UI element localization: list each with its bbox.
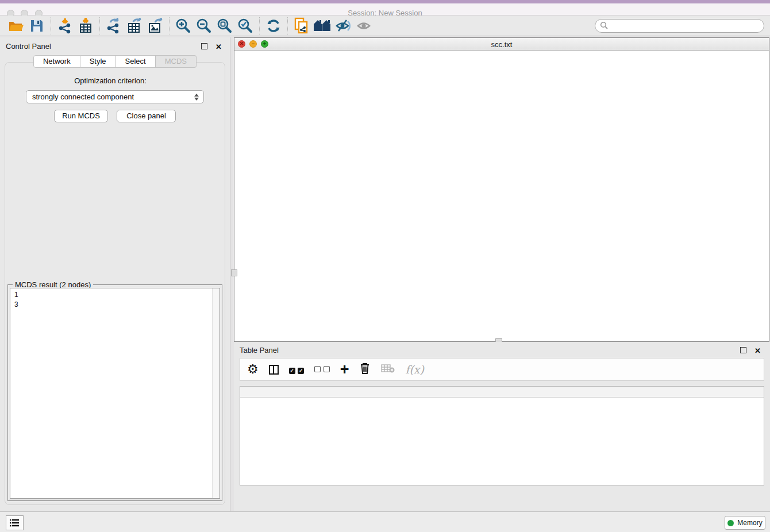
network-canvas[interactable] [234, 51, 769, 341]
clone-network-icon[interactable] [291, 17, 312, 35]
node-table[interactable] [240, 386, 764, 485]
add-column-icon[interactable]: + [340, 364, 349, 375]
search-icon [600, 21, 609, 30]
select-all-icon[interactable]: ✓ ✓ [289, 364, 304, 375]
optimization-criterion-select[interactable]: strongly connected component [26, 90, 204, 103]
application-window: Session: New Session [0, 0, 770, 532]
delete-table-icon[interactable] [381, 363, 395, 376]
split-column-icon[interactable] [269, 365, 279, 375]
memory-button[interactable]: Memory [725, 516, 765, 530]
search-input[interactable] [595, 19, 764, 33]
open-file-icon[interactable] [6, 17, 26, 35]
window-titlebar: Session: New Session [0, 3, 770, 16]
export-network-icon[interactable] [103, 17, 124, 35]
zoom-in-icon[interactable] [173, 17, 194, 35]
splitter-handle[interactable] [231, 269, 237, 276]
control-panel-title: Control Panel [6, 42, 51, 51]
export-image-icon[interactable] [145, 17, 165, 35]
network-view-window: ✕ − + scc.txt [234, 37, 769, 342]
import-network-icon[interactable] [55, 17, 75, 35]
search-container [595, 19, 764, 33]
hide-selected-icon[interactable] [333, 17, 353, 35]
deselect-all-icon[interactable] [314, 364, 329, 375]
save-session-icon[interactable] [26, 17, 47, 35]
toolbar-separator [51, 17, 51, 34]
select-stepper-icon [194, 91, 199, 103]
import-table-icon[interactable] [75, 17, 96, 35]
close-panel-button[interactable]: Close panel [117, 110, 176, 122]
toolbar-separator [99, 17, 100, 34]
refresh-layout-icon[interactable] [263, 17, 284, 35]
main-toolbar [0, 16, 770, 36]
toolbar-separator [169, 17, 170, 34]
optimization-criterion-label: Optimization criterion: [0, 76, 221, 85]
run-mcds-button[interactable]: Run MCDS [54, 110, 108, 122]
mcds-result-area[interactable]: 1 3 [10, 288, 220, 499]
memory-label: Memory [737, 519, 762, 527]
memory-status-icon [727, 520, 734, 526]
mcds-result-text: 1 3 [10, 288, 220, 310]
zoom-selected-icon[interactable] [235, 17, 256, 35]
control-panel: Control Panel ✕ NetworkStyleSelectMCDS O… [0, 37, 230, 511]
toolbar-separator [259, 17, 260, 34]
zoom-fit-icon[interactable] [214, 17, 235, 35]
show-all-icon[interactable] [353, 17, 374, 35]
tab-network[interactable]: Network [33, 55, 80, 68]
toolbar-separator [287, 17, 288, 34]
tab-select[interactable]: Select [116, 55, 156, 68]
close-panel-icon[interactable]: ✕ [215, 43, 222, 51]
control-panel-tabs: NetworkStyleSelectMCDS [0, 55, 230, 68]
list-icon [10, 519, 20, 527]
zoom-out-icon[interactable] [194, 17, 214, 35]
mcds-result-groupbox: MCDS result (2 nodes) 1 3 [7, 284, 222, 501]
first-neighbors-icon[interactable] [312, 17, 333, 35]
status-bar: Memory [0, 511, 770, 532]
table-panel: Table Panel ✕ ⚙ ✓ ✓ + f(x) [234, 342, 770, 511]
float-table-panel-icon[interactable] [740, 347, 746, 353]
delete-column-icon[interactable] [359, 362, 371, 377]
optimization-criterion-value: strongly connected component [32, 92, 134, 101]
tab-style[interactable]: Style [80, 55, 116, 68]
float-panel-icon[interactable] [201, 43, 207, 49]
tab-mcds[interactable]: MCDS [156, 55, 197, 68]
close-table-panel-icon[interactable]: ✕ [754, 346, 761, 355]
result-scrollbar[interactable] [212, 288, 220, 498]
export-table-icon[interactable] [124, 17, 145, 35]
table-header-row [240, 387, 764, 398]
function-builder-icon[interactable]: f(x) [405, 363, 424, 376]
gear-icon[interactable]: ⚙ [247, 362, 259, 377]
network-view-title: scc.txt [234, 40, 769, 49]
network-window-titlebar[interactable]: ✕ − + scc.txt [234, 38, 769, 51]
table-panel-title: Table Panel [240, 346, 279, 354]
table-toolbar: ⚙ ✓ ✓ + f(x) [240, 358, 764, 381]
task-history-button[interactable] [6, 515, 24, 530]
